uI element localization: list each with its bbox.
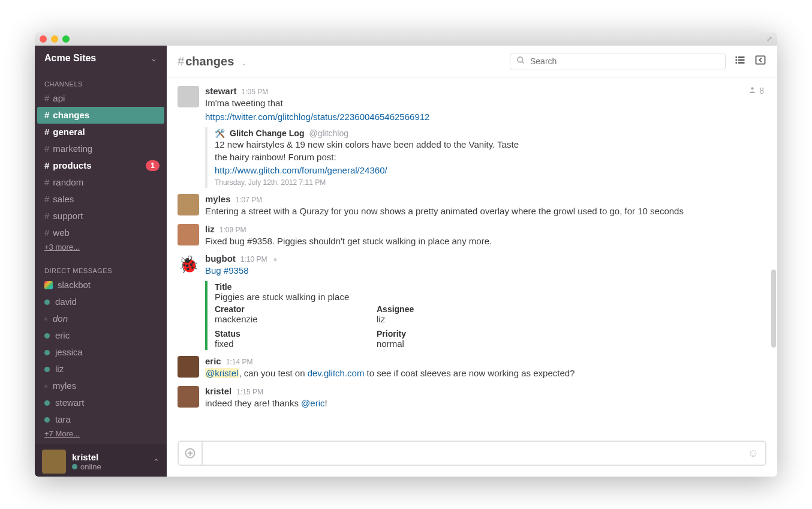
svg-point-9	[751, 87, 754, 89]
presence-dot-icon	[44, 385, 47, 388]
member-count-value: 8	[759, 86, 764, 95]
avatar[interactable]	[178, 386, 199, 408]
person-icon	[748, 86, 756, 95]
member-count[interactable]: 8	[748, 86, 764, 95]
dm-item-myles[interactable]: myles	[35, 378, 167, 394]
message-author[interactable]: myles	[205, 194, 231, 204]
mention[interactable]: @eric	[301, 398, 324, 408]
message: kristel 1:15 PM indeed they are! thanks …	[178, 386, 766, 410]
avatar[interactable]: 🐞	[178, 253, 199, 275]
channel-label: changes	[53, 108, 89, 122]
dm-item-slackbot[interactable]: slackbot	[35, 277, 167, 294]
channel-item-random[interactable]: #random	[35, 174, 167, 191]
dms-more-link[interactable]: +7 More...	[35, 428, 167, 444]
presence-dot-icon	[44, 367, 50, 372]
message-text: Im'ma tweeting that	[205, 97, 766, 110]
message-time: 1:07 PM	[236, 196, 263, 204]
channel-label: products	[53, 158, 91, 173]
dm-item-david[interactable]: david	[35, 294, 167, 310]
app-window: ⤢ Acme Sites ⌄ CHANNELS #api#changes#gen…	[35, 32, 777, 477]
message-time: 1:10 PM	[240, 255, 267, 264]
svg-point-0	[518, 56, 523, 62]
hash-icon: #	[44, 142, 49, 156]
star-icon[interactable]: ★	[272, 256, 278, 264]
dm-item-tara[interactable]: tara	[35, 411, 167, 428]
list-view-icon[interactable]	[734, 54, 746, 68]
presence-dot-icon	[44, 300, 50, 305]
message-time: 1:05 PM	[242, 88, 269, 96]
message-link[interactable]: https://twitter.com/glitchlog/status/223…	[205, 112, 429, 122]
avatar[interactable]	[178, 356, 199, 378]
field-value: mackenzie	[215, 314, 353, 324]
minimize-window-icon[interactable]	[51, 35, 58, 43]
channel-item-marketing[interactable]: #marketing	[35, 140, 167, 157]
window-controls	[40, 35, 70, 43]
presence-dot-icon	[72, 464, 77, 469]
message-author[interactable]: kristel	[205, 386, 231, 396]
toggle-pane-icon[interactable]	[754, 54, 766, 68]
sidebar: Acme Sites ⌄ CHANNELS #api#changes#gener…	[35, 46, 167, 477]
channel-item-support[interactable]: #support	[35, 208, 167, 224]
message-author[interactable]: stewart	[205, 86, 237, 96]
dm-item-jessica[interactable]: jessica	[35, 344, 167, 361]
maximize-icon[interactable]: ⤢	[766, 35, 772, 43]
message-link[interactable]: dev.glitch.com	[308, 368, 365, 378]
channel-item-sales[interactable]: #sales	[35, 191, 167, 208]
bug-link[interactable]: Bug #9358	[205, 265, 249, 276]
presence-dot-icon	[44, 417, 50, 423]
team-menu[interactable]: Acme Sites ⌄	[35, 46, 167, 71]
zoom-window-icon[interactable]	[62, 35, 70, 43]
channel-item-changes[interactable]: #changes	[37, 107, 164, 124]
message-author[interactable]: eric	[205, 356, 221, 366]
attachment-source-name: Glitch Change Log	[230, 128, 304, 138]
attachment-link[interactable]: http://www.glitch.com/forum/general/2436…	[215, 165, 387, 175]
scrollbar[interactable]	[771, 270, 776, 348]
channel-item-products[interactable]: #products1	[35, 157, 167, 174]
presence-dot-icon	[44, 333, 50, 339]
message-author[interactable]: bugbot	[205, 253, 236, 264]
dm-label: eric	[55, 328, 70, 343]
mention[interactable]: @kristel	[205, 368, 239, 378]
svg-rect-3	[738, 56, 745, 58]
message-time: 1:09 PM	[219, 226, 246, 234]
bug-icon: 🐞	[178, 254, 199, 274]
dm-item-don[interactable]: don	[35, 310, 167, 327]
hash-icon: #	[178, 55, 184, 68]
dm-item-eric[interactable]: eric	[35, 327, 167, 344]
message-input[interactable]	[203, 448, 741, 459]
channel-item-api[interactable]: #api	[35, 90, 167, 107]
channels-more-link[interactable]: +3 more...	[35, 241, 167, 258]
current-user-status: online	[72, 462, 101, 471]
dm-item-stewart[interactable]: stewart	[35, 394, 167, 411]
chevron-down-icon: ⌄	[151, 54, 157, 63]
avatar[interactable]	[178, 86, 199, 107]
hammer-icon: 🛠️	[215, 128, 225, 138]
message-text: Fixed bug #9358. Piggies shouldn't get s…	[205, 235, 766, 248]
search-box[interactable]	[510, 53, 726, 70]
channel-label: web	[53, 226, 70, 240]
channel-item-web[interactable]: #web	[35, 224, 167, 241]
channel-name: changes	[185, 55, 234, 68]
channel-title[interactable]: #changes ⌄	[178, 55, 247, 68]
hash-icon: #	[44, 125, 49, 139]
message: myles 1:07 PM Entering a street with a Q…	[178, 194, 766, 218]
hash-icon: #	[44, 192, 49, 206]
dm-list: slackbotdaviddonericjessicalizmylesstewa…	[35, 277, 167, 428]
avatar[interactable]	[178, 224, 199, 245]
dm-label: myles	[53, 379, 76, 393]
message-author[interactable]: liz	[205, 224, 215, 234]
message-list[interactable]: 8 stewart 1:05 PM Im'ma tweeting that ht…	[167, 77, 777, 441]
channel-item-general[interactable]: #general	[35, 124, 167, 140]
attach-button[interactable]	[179, 442, 203, 465]
field-value: Piggies are stuck walking in place	[215, 292, 766, 302]
dm-item-liz[interactable]: liz	[35, 361, 167, 378]
user-menu[interactable]: kristel online ⌃	[35, 444, 167, 477]
avatar[interactable]	[178, 194, 199, 215]
search-input[interactable]	[530, 56, 719, 66]
close-window-icon[interactable]	[40, 35, 47, 43]
emoji-button[interactable]: ☺	[741, 447, 765, 460]
dm-label: slackbot	[58, 278, 91, 292]
team-name: Acme Sites	[44, 53, 96, 64]
chevron-down-icon: ⌄	[241, 59, 247, 67]
field-title: Title	[215, 282, 766, 292]
